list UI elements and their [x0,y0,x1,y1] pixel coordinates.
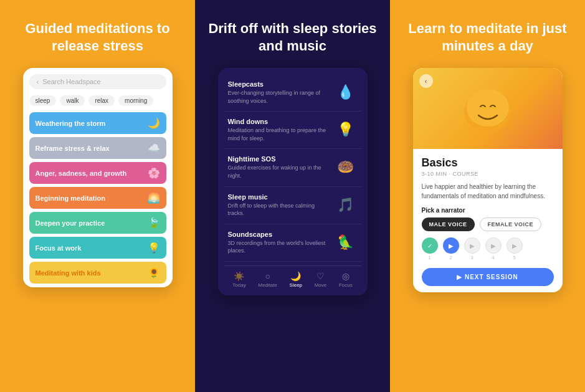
hero-banner: ‹ [413,68,563,149]
right-content: Basics 3-10 MIN · COURSE Live happier an… [413,149,563,292]
sleep-icon: 🌙 [290,271,301,281]
sleep-illus-3: 🎵 [334,193,358,217]
today-icon: ☀️ [234,271,244,281]
dot-circle-2: ▶ [443,237,459,254]
sleep-item-title: Sleep music [228,193,330,201]
session-dot-3[interactable]: ▶ 3 [464,237,480,261]
right-phone-card: ‹ Basics 3-10 MIN · COURSE Live happier … [413,68,563,292]
dot-circle-1: ✓ [422,237,438,254]
sleep-illus-0: 💧 [334,80,358,104]
sleep-list-item[interactable]: Soundscapes 3D recordings from the world… [224,224,361,262]
course-title: Basics [422,156,554,170]
search-bar[interactable]: ‹ Search Headspace [29,74,166,89]
tag-morning[interactable]: morning [118,95,153,106]
list-item[interactable]: Beginning meditation 🌅 [29,187,166,209]
dot-circle-4: ▶ [485,237,502,254]
sleep-item-desc: Ever-changing storytelling in range of s… [228,89,330,105]
med-label: Meditating with kids [36,269,101,277]
nav-item-today[interactable]: ☀️ Today [232,271,245,288]
nav-item-focus[interactable]: ◎ Focus [339,271,353,288]
med-label: Reframe stress & relax [36,145,110,152]
right-panel: Learn to meditate in just minutes a day … [390,0,585,392]
bottom-nav: ☀️ Today ○ Meditate 🌙 Sleep ♡ Move ◎ Foc… [224,265,361,289]
narrator-buttons: MALE VOICE FEMALE VOICE [422,218,554,231]
sleep-illus-1: 💡 [334,118,358,141]
list-item[interactable]: Deepen your practice 🍃 [29,212,166,234]
nav-label-focus: Focus [339,282,353,288]
sleep-list-item[interactable]: Wind downs Meditation and breathing to p… [224,112,361,149]
meditation-face-icon [460,80,516,136]
narrator-label: Pick a narrator [422,207,554,214]
list-item[interactable]: Meditating with kids 🌻 [29,262,166,284]
nav-item-sleep[interactable]: 🌙 Sleep [290,271,302,288]
tag-row: sleep walk relax morning [29,95,166,106]
sleep-item-title: Nighttime SOS [228,155,330,163]
dot-num-5: 5 [513,255,515,261]
dot-circle-5: ▶ [507,237,523,254]
focus-icon: ◎ [342,271,350,281]
nav-item-move[interactable]: ♡ Move [315,271,327,288]
tag-relax[interactable]: relax [88,95,115,106]
search-placeholder: Search Headspace [42,78,101,85]
back-chevron-icon: ‹ [37,78,39,85]
session-dots: ✓ 1 ▶ 2 ▶ 3 ▶ 4 ▶ 5 [422,237,554,261]
tag-sleep[interactable]: sleep [29,95,57,106]
move-icon: ♡ [316,271,325,281]
session-dot-5[interactable]: ▶ 5 [507,237,523,261]
med-label: Focus at work [36,244,82,252]
dot-num-1: 1 [428,255,430,261]
list-item[interactable]: Weathering the storm 🌙 [29,112,166,134]
sleep-item-title: Soundscapes [228,231,330,238]
sleep-list-item[interactable]: Nighttime SOS Guided exercises for wakin… [224,149,361,186]
meditation-list: Weathering the storm 🌙 Reframe stress & … [29,112,166,284]
sleep-item-desc: Meditation and breathing to prepare the … [228,127,330,142]
sleep-illus-2: 🍩 [334,155,358,179]
tag-walk[interactable]: walk [60,95,85,106]
left-panel: Guided meditations to release stress ‹ S… [0,0,195,392]
sleep-list-item[interactable]: Sleepcasts Ever-changing storytelling in… [224,74,361,112]
med-icon-4: 🍃 [148,217,160,229]
mid-phone-card: Sleepcasts Ever-changing storytelling in… [218,68,368,295]
mid-panel: Drift off with sleep stories and music S… [195,0,390,392]
med-label: Deepen your practice [36,219,105,227]
session-dot-1[interactable]: ✓ 1 [422,237,438,261]
sleep-item-title: Sleepcasts [228,80,330,88]
med-icon-2: 🌸 [148,167,160,179]
dot-num-2: 2 [449,255,452,261]
next-session-button[interactable]: ▶ NEXT SESSION [422,268,554,286]
sleep-item-desc: Drift off to sleep with these calming tr… [228,202,330,218]
list-item[interactable]: Anger, sadness, and growth 🌸 [29,162,166,184]
sleep-item-desc: Guided exercises for waking up in the ni… [228,164,330,179]
sleep-item-title: Wind downs [228,118,330,125]
med-icon-5: 💡 [148,242,160,254]
nav-label-meditate: Meditate [258,282,277,288]
back-button[interactable]: ‹ [419,74,433,88]
session-dot-4[interactable]: ▶ 4 [485,237,502,261]
dot-circle-3: ▶ [464,237,480,254]
med-icon-3: 🌅 [148,192,160,204]
left-heading: Guided meditations to release stress [12,20,183,54]
med-label: Beginning meditation [36,194,105,202]
med-icon-6: 🌻 [148,267,160,279]
meditate-icon: ○ [265,271,270,281]
male-voice-button[interactable]: MALE VOICE [422,218,475,231]
sleep-illus-4: 🦜 [334,231,358,254]
sleep-list-item[interactable]: Sleep music Drift off to sleep with thes… [224,187,361,224]
course-desc: Live happier and healthier by learning t… [422,182,554,201]
course-meta: 3-10 MIN · COURSE [422,171,554,177]
nav-item-meditate[interactable]: ○ Meditate [258,271,277,288]
female-voice-button[interactable]: FEMALE VOICE [480,218,542,231]
left-phone-card: ‹ Search Headspace sleep walk relax morn… [23,68,173,287]
list-item[interactable]: Reframe stress & relax ☁️ [29,137,166,159]
list-item[interactable]: Focus at work 💡 [29,237,166,259]
dot-num-4: 4 [492,255,494,261]
dot-num-3: 3 [470,255,473,261]
med-icon-0: 🌙 [148,117,160,129]
nav-label-sleep: Sleep [290,282,302,288]
med-label: Weathering the storm [36,120,106,127]
session-dot-2[interactable]: ▶ 2 [443,237,459,261]
med-icon-1: ☁️ [148,142,160,154]
nav-label-move: Move [315,282,327,288]
nav-label-today: Today [232,282,245,288]
back-chevron-icon: ‹ [425,77,427,85]
